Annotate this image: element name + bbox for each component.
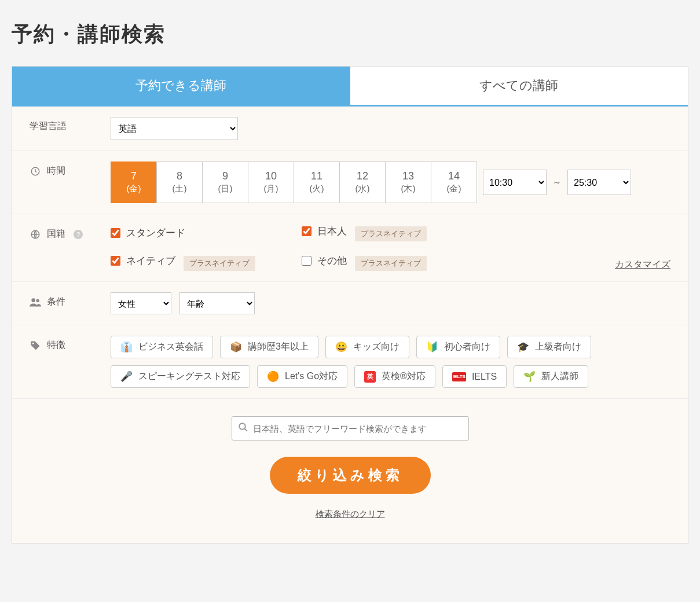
tab-bar: 予約できる講師 すべての講師: [12, 67, 688, 107]
feature-tag-eiken[interactable]: 英英検®対応: [354, 365, 435, 388]
date-cell[interactable]: 11(火): [294, 161, 340, 203]
feature-tags: 👔ビジネス英会話📦講師歴3年以上😀キッズ向け🔰初心者向け🎓上級者向け🎤スピーキン…: [111, 336, 670, 388]
plus-native-badge: プラスネイティブ: [184, 256, 255, 271]
kids-icon: 😀: [335, 341, 347, 353]
freeword-search-input[interactable]: [253, 424, 463, 434]
date-cell[interactable]: 13(木): [385, 161, 431, 203]
svg-point-4: [32, 342, 34, 344]
checkbox-other-label: その他: [317, 254, 347, 267]
feature-tag-ielts[interactable]: IELTSIELTS: [442, 365, 507, 388]
date-cell[interactable]: 9(日): [202, 161, 248, 203]
feature-tag-begin[interactable]: 🔰初心者向け: [416, 336, 500, 358]
time-to-select[interactable]: 25:30: [567, 170, 631, 195]
date-cell[interactable]: 12(水): [339, 161, 386, 203]
customize-link[interactable]: カスタマイズ: [615, 259, 670, 271]
gender-select[interactable]: 女性: [111, 292, 171, 314]
date-dow: (土): [173, 183, 187, 194]
feature-tag-biz[interactable]: 👔ビジネス英会話: [111, 336, 213, 358]
feature-tag-kids[interactable]: 😀キッズ向け: [325, 336, 409, 358]
date-cell[interactable]: 7(金): [111, 161, 157, 203]
help-icon[interactable]: ?: [74, 230, 83, 239]
time-from-select[interactable]: 10:30: [483, 170, 547, 195]
feature-tag-label: IELTS: [472, 372, 497, 382]
checkbox-other-input[interactable]: [302, 256, 311, 266]
letsgo-icon: 🟠: [267, 370, 279, 383]
feature-tag-letsgo[interactable]: 🟠Let's Go対応: [257, 365, 347, 388]
feature-tag-label: ビジネス英会話: [138, 341, 203, 353]
checkbox-japanese-label: 日本人: [317, 225, 347, 238]
date-dow: (日): [218, 183, 233, 194]
date-number: 13: [402, 170, 414, 182]
feature-tag-exp3[interactable]: 📦講師歴3年以上: [220, 336, 318, 358]
section-language: 学習言語 英語: [12, 107, 688, 151]
section-nationality: 国籍 ? スタンダード 日本人 プラスネイティブ: [12, 214, 688, 282]
svg-point-2: [31, 298, 35, 302]
label-nationality: 国籍: [47, 228, 65, 240]
clock-icon: [30, 166, 41, 177]
feature-tag-label: 英検®対応: [382, 370, 426, 383]
feature-tag-speak[interactable]: 🎤スピーキングテスト対応: [111, 365, 250, 388]
checkbox-standard-input[interactable]: [111, 228, 120, 238]
language-select[interactable]: 英語: [111, 117, 238, 140]
feature-tag-new[interactable]: 🌱新人講師: [514, 365, 588, 388]
section-feature: 特徴 👔ビジネス英会話📦講師歴3年以上😀キッズ向け🔰初心者向け🎓上級者向け🎤スピ…: [12, 325, 688, 399]
date-dow: (金): [127, 183, 141, 194]
label-language: 学習言語: [30, 120, 67, 133]
tag-icon: [30, 340, 41, 351]
section-time: 時間 7(金)8(土)9(日)10(月)11(火)12(水)13(木)14(金)…: [12, 151, 688, 214]
date-dow: (木): [401, 183, 416, 194]
date-number: 7: [131, 170, 137, 182]
age-select[interactable]: 年齢: [179, 292, 255, 314]
page-title: 予約・講師検索: [12, 20, 688, 49]
feature-tag-label: 講師歴3年以上: [248, 341, 309, 353]
feature-tag-label: Let's Go対応: [285, 370, 338, 383]
date-number: 11: [311, 170, 322, 182]
clear-conditions-link[interactable]: 検索条件のクリア: [12, 509, 688, 520]
checkbox-native-label: ネイティブ: [126, 254, 175, 267]
search-icon: [238, 422, 248, 435]
feature-tag-label: キッズ向け: [353, 341, 400, 353]
speak-icon: 🎤: [120, 370, 133, 383]
date-number: 14: [448, 170, 460, 182]
globe-icon: [30, 229, 41, 240]
feature-tag-label: 新人講師: [541, 370, 578, 383]
date-dow: (月): [264, 183, 278, 194]
label-condition: 条件: [47, 296, 65, 308]
date-number: 8: [177, 170, 182, 182]
new-icon: 🌱: [523, 370, 536, 383]
checkbox-native-input[interactable]: [111, 256, 120, 266]
biz-icon: 👔: [120, 341, 133, 353]
checkbox-other[interactable]: その他: [302, 254, 347, 267]
checkbox-japanese[interactable]: 日本人: [302, 225, 347, 238]
date-picker: 7(金)8(土)9(日)10(月)11(火)12(水)13(木)14(金): [111, 161, 477, 203]
svg-point-5: [239, 423, 245, 430]
checkbox-native[interactable]: ネイティブ: [111, 254, 175, 267]
feature-tag-adv[interactable]: 🎓上級者向け: [507, 336, 591, 358]
search-panel: 予約できる講師 すべての講師 学習言語 英語 時間 7(金)8(土)9(日)10…: [12, 66, 688, 544]
tab-all-instructors[interactable]: すべての講師: [350, 67, 688, 105]
people-icon: [30, 298, 41, 307]
plus-native-badge: プラスネイティブ: [355, 256, 427, 271]
date-number: 9: [222, 170, 228, 182]
tab-available-instructors[interactable]: 予約できる講師: [12, 67, 350, 105]
date-dow: (火): [310, 183, 324, 194]
feature-tag-label: 上級者向け: [535, 341, 581, 353]
label-time: 時間: [47, 165, 65, 177]
date-number: 10: [265, 170, 277, 182]
freeword-search-wrap: [232, 416, 469, 441]
plus-native-badge: プラスネイティブ: [355, 226, 427, 241]
filter-search-button[interactable]: 絞り込み検索: [270, 457, 431, 494]
svg-point-3: [36, 299, 39, 302]
eiken-icon: 英: [364, 371, 376, 383]
checkbox-standard[interactable]: スタンダード: [111, 226, 302, 240]
section-condition: 条件 女性 年齢: [12, 282, 688, 325]
time-range-separator: ～: [552, 177, 562, 189]
checkbox-japanese-input[interactable]: [302, 226, 311, 236]
date-dow: (金): [447, 183, 461, 194]
date-cell[interactable]: 10(月): [248, 161, 294, 203]
checkbox-standard-label: スタンダード: [126, 226, 185, 240]
exp3-icon: 📦: [230, 341, 242, 353]
feature-tag-label: スピーキングテスト対応: [138, 370, 240, 383]
date-cell[interactable]: 8(土): [156, 161, 203, 203]
date-cell[interactable]: 14(金): [431, 161, 477, 203]
